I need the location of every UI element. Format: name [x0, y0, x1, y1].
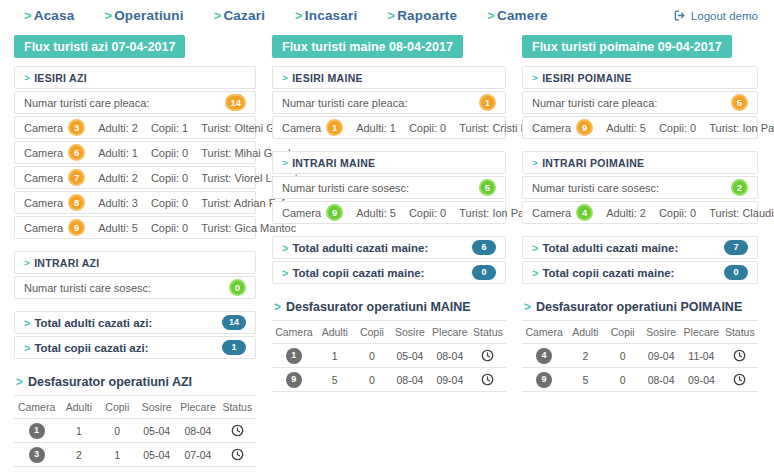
arrivals-heading[interactable]: > INTRARI MAINE: [272, 151, 506, 174]
nav-link-label: Camere: [497, 8, 548, 23]
schedule-arrival-cell: 05-04: [390, 350, 430, 362]
total-row[interactable]: > Total copii cazati azi: 1: [14, 336, 256, 359]
nav-link[interactable]: > Operatiuni: [104, 8, 183, 23]
children-label: Copii:: [659, 207, 687, 219]
nav-link[interactable]: > Cazari: [214, 8, 265, 23]
adults-cell: Adulti: 5: [98, 222, 138, 234]
schedule-column-header: Copii: [605, 326, 641, 338]
schedule-column-header: Sosire: [390, 326, 430, 338]
departures-count-label: Numar turisti care pleaca:: [24, 97, 149, 109]
camera-badge: 1: [286, 348, 302, 364]
totals-section: > Total adulti cazati azi: 14 > Total co…: [14, 311, 256, 359]
totals-section: > Total adulti cazati maine: 6 > Total c…: [272, 236, 506, 284]
clock-status-icon: [470, 373, 506, 386]
adults-label: Adulti:: [98, 197, 129, 209]
adults-value: 1: [390, 122, 396, 134]
nav-link[interactable]: > Camere: [487, 8, 547, 23]
schedule-header-row: CameraAdultiCopiiSosirePlecareStatus: [272, 320, 506, 344]
camera-label: Camera: [24, 172, 63, 184]
adults-cell: Adulti: 1: [356, 122, 396, 134]
chevron-right-icon: >: [487, 8, 495, 23]
schedule-arrival-cell: 08-04: [390, 374, 430, 386]
adults-value: 3: [132, 197, 138, 209]
schedule-row: 9 5 0 08-04 09-04: [272, 368, 506, 392]
clock-status-icon: [722, 373, 758, 386]
schedule-heading[interactable]: > Desfasurator operatiuni POIMAINE: [522, 296, 758, 320]
column-title: Flux turisti maine 08-04-2017: [272, 35, 463, 58]
chevron-right-icon: >: [532, 72, 538, 83]
tourist-cell: Turist: Claudiu Banu: [709, 207, 774, 219]
schedule-children-cell: 0: [605, 374, 641, 386]
tourist-name: Claudiu Banu: [742, 207, 774, 219]
children-cell: Copii: 1: [151, 122, 188, 134]
nav-link[interactable]: > Acasa: [24, 8, 74, 23]
schedule-camera-cell: 1: [272, 348, 316, 364]
departures-count-badge: 1: [479, 94, 496, 111]
departures-room-list: Camera 9 Adulti: 5 Copii: 0 Turist: Ion …: [522, 116, 758, 139]
schedule-adults-cell: 1: [316, 350, 354, 362]
total-row[interactable]: > Total copii cazati maine: 0: [272, 261, 506, 284]
schedule-adults-cell: 2: [59, 449, 98, 461]
room-camera-cell: Camera 6: [24, 144, 85, 161]
total-row[interactable]: > Total adulti cazati maine: 7: [522, 236, 758, 259]
schedule-heading[interactable]: > Desfasurator operatiuni AZI: [14, 371, 256, 395]
adults-label: Adulti:: [606, 122, 637, 134]
schedule-header-row: CameraAdultiCopiiSosirePlecareStatus: [522, 320, 758, 344]
total-label: Total copii cazati maine:: [292, 267, 424, 279]
logout-icon: [673, 9, 686, 22]
schedule-adults-cell: 5: [566, 374, 604, 386]
schedule-camera-cell: 1: [14, 423, 59, 439]
schedule-departure-cell: 08-04: [430, 350, 470, 362]
adults-value: 2: [132, 122, 138, 134]
schedule-departure-cell: 07-04: [177, 449, 218, 461]
schedule-header-row: CameraAdultiCopiiSosirePlecareStatus: [14, 395, 256, 419]
nav-link[interactable]: > Rapoarte: [387, 8, 457, 23]
chevron-right-icon: >: [274, 300, 281, 314]
arrivals-heading[interactable]: > INTRARI POIMAINE: [522, 151, 758, 174]
adults-value: 2: [640, 207, 646, 219]
camera-label: Camera: [532, 207, 571, 219]
adults-cell: Adulti: 5: [356, 207, 396, 219]
children-value: 0: [182, 222, 188, 234]
room-camera-cell: Camera 7: [24, 169, 85, 186]
nav-link-label: Rapoarte: [397, 8, 457, 23]
departures-heading-label: IESIRI POIMAINE: [542, 72, 632, 84]
arrivals-heading[interactable]: > INTRARI AZI: [14, 251, 256, 274]
departures-heading[interactable]: > IESIRI MAINE: [272, 66, 506, 89]
arrivals-count-badge: 5: [479, 179, 496, 196]
arrivals-count-badge: 0: [229, 279, 246, 296]
chevron-right-icon: >: [532, 157, 538, 168]
chevron-right-icon: >: [24, 257, 30, 268]
children-cell: Copii: 0: [151, 197, 188, 209]
tourist-label: Turist:: [201, 172, 231, 184]
adults-value: 5: [132, 222, 138, 234]
schedule-column-header: Adulti: [59, 401, 98, 413]
total-row[interactable]: > Total adulti cazati maine: 6: [272, 236, 506, 259]
camera-label: Camera: [282, 122, 321, 134]
departures-heading[interactable]: > IESIRI AZI: [14, 66, 256, 89]
schedule-adults-cell: 1: [59, 425, 98, 437]
schedule-departure-cell: 08-04: [177, 425, 218, 437]
schedule-heading-label: Desfasurator operatiuni AZI: [28, 375, 192, 389]
camera-badge: 3: [29, 447, 45, 463]
clock-status-icon: [219, 424, 256, 437]
total-row[interactable]: > Total copii cazati maine: 0: [522, 261, 758, 284]
nav-link[interactable]: > Incasari: [295, 8, 357, 23]
tourist-label: Turist:: [201, 122, 231, 134]
departures-heading[interactable]: > IESIRI POIMAINE: [522, 66, 758, 89]
adults-label: Adulti:: [356, 122, 387, 134]
schedule-heading-label: Desfasurator operatiuni POIMAINE: [536, 300, 742, 314]
room-row: Camera 9 Adulti: 5 Copii: 0 Turist: Ion …: [272, 201, 506, 224]
top-nav: > Acasa > Operatiuni > Cazari > Incasari…: [0, 0, 774, 25]
arrivals-heading-label: INTRARI MAINE: [292, 157, 375, 169]
chevron-right-icon: >: [532, 242, 538, 254]
chevron-right-icon: >: [524, 300, 531, 314]
schedule-heading[interactable]: > Desfasurator operatiuni MAINE: [272, 296, 506, 320]
logout-button[interactable]: Logout demo: [673, 9, 758, 22]
children-cell: Copii: 0: [409, 207, 446, 219]
schedule-rows: 1 1 0 05-04 08-04: [272, 344, 506, 392]
schedule-column-header: Camera: [522, 326, 566, 338]
total-row[interactable]: > Total adulti cazati azi: 14: [14, 311, 256, 334]
children-value: 0: [182, 147, 188, 159]
schedule-row: 1 1 0 05-04 08-04: [14, 419, 256, 443]
